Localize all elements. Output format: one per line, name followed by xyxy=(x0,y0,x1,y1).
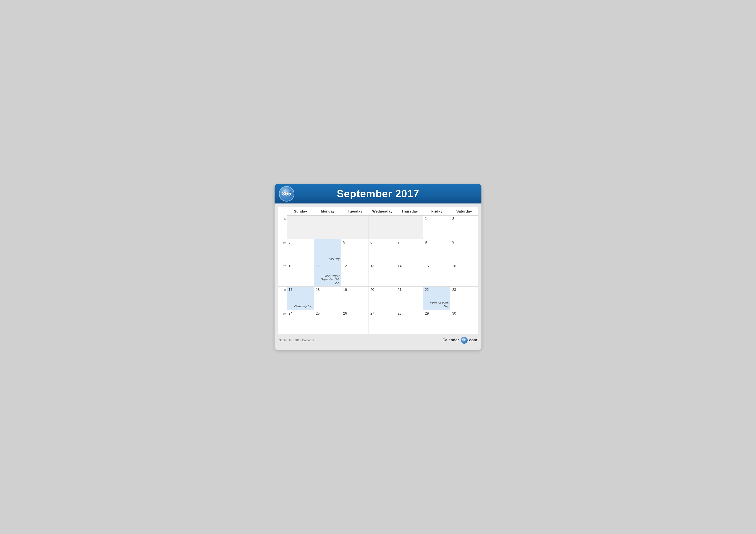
cal-cell-5: 5 xyxy=(341,239,369,263)
day-number: 14 xyxy=(398,264,401,268)
cal-cell-25: 25 xyxy=(314,310,341,334)
day-header-sunday: Sunday xyxy=(287,207,314,216)
cal-cell-15: 15 xyxy=(423,263,451,287)
cal-cell-10: 10 xyxy=(287,263,314,287)
day-number: 15 xyxy=(425,264,429,268)
holiday-label: Patriot Day or September 11th Day xyxy=(316,274,339,286)
holiday-label: Native American Day xyxy=(425,301,449,309)
day-number: 27 xyxy=(370,312,374,316)
day-number: 26 xyxy=(343,312,347,316)
cal-cell-30: 30 xyxy=(450,310,478,334)
day-number: 21 xyxy=(398,288,401,292)
cal-cell-empty-0-4 xyxy=(396,216,423,239)
day-number: 9 xyxy=(452,241,454,244)
footer-dot-com: .com xyxy=(468,338,477,343)
day-number: 3 xyxy=(288,241,290,244)
cal-cell-14: 14 xyxy=(396,263,423,287)
cal-cell-empty-0-1 xyxy=(314,216,341,239)
cal-cell-7: 7 xyxy=(396,239,423,263)
cal-cell-12: 12 xyxy=(341,263,369,287)
cal-cell-empty-0-3 xyxy=(369,216,396,239)
cal-cell-20: 20 xyxy=(369,287,396,310)
week-number-36: 36 xyxy=(278,239,287,263)
calendar-header: 365 September 2017 xyxy=(275,184,481,203)
holiday-label: Citizenship Day xyxy=(288,305,312,309)
day-number: 23 xyxy=(452,288,456,292)
cal-cell-2: 2 xyxy=(450,216,478,239)
cal-cell-22: 22Native American Day xyxy=(423,287,451,310)
cal-cell-26: 26 xyxy=(341,310,369,334)
day-number: 10 xyxy=(288,264,292,268)
day-number: 24 xyxy=(288,312,292,316)
day-number: 25 xyxy=(316,312,320,316)
cal-cell-16: 16 xyxy=(450,263,478,287)
day-number: 19 xyxy=(343,288,347,292)
day-header-monday: Monday xyxy=(314,207,341,216)
footer-right-text: Calendar-365.com xyxy=(443,337,477,343)
cal-cell-9: 9 xyxy=(450,239,478,263)
cal-cell-empty-0-0 xyxy=(287,216,314,239)
day-number: 30 xyxy=(452,312,456,316)
day-number: 2 xyxy=(452,217,454,221)
cal-cell-19: 19 xyxy=(341,287,369,310)
day-number: 22 xyxy=(425,288,429,292)
page-wrapper: 365 September 2017 SundayMondayTuesdayWe… xyxy=(275,184,481,350)
day-number: 11 xyxy=(316,264,320,268)
holiday-label: Labor Day xyxy=(316,258,339,262)
day-number: 1 xyxy=(425,217,427,221)
day-number: 16 xyxy=(452,264,456,268)
calendar-container: SundayMondayTuesdayWednesdayThursdayFrid… xyxy=(278,207,478,334)
cal-cell-4: 4Labor Day xyxy=(314,239,341,263)
footer-365-badge: 365 xyxy=(461,337,468,343)
cal-cell-27: 27 xyxy=(369,310,396,334)
day-number: 17 xyxy=(288,288,292,292)
cal-cell-17: 17Citizenship Day xyxy=(287,287,314,310)
day-number: 20 xyxy=(370,288,374,292)
day-number: 7 xyxy=(398,241,399,244)
day-headers-row: SundayMondayTuesdayWednesdayThursdayFrid… xyxy=(278,207,478,216)
day-number: 18 xyxy=(316,288,320,292)
footer-calendar-text: Calendar- xyxy=(443,338,460,343)
cal-cell-29: 29 xyxy=(423,310,451,334)
cal-cell-28: 28 xyxy=(396,310,423,334)
cal-cell-1: 1 xyxy=(423,216,451,239)
day-number: 29 xyxy=(425,312,429,316)
week-number-38: 38 xyxy=(278,287,287,310)
cal-cell-6: 6 xyxy=(369,239,396,263)
day-number: 4 xyxy=(316,241,318,244)
day-header-wednesday: Wednesday xyxy=(369,207,396,216)
footer: September 2017 Calendar Calendar-365.com xyxy=(275,334,481,343)
cal-cell-13: 13 xyxy=(369,263,396,287)
cal-cell-21: 21 xyxy=(396,287,423,310)
week-number-37: 37 xyxy=(278,263,287,287)
week-number-39: 39 xyxy=(278,310,287,334)
day-header-tuesday: Tuesday xyxy=(341,207,369,216)
day-header-friday: Friday xyxy=(423,207,451,216)
day-header-thursday: Thursday xyxy=(396,207,423,216)
cal-cell-8: 8 xyxy=(423,239,451,263)
calendar-title: September 2017 xyxy=(283,188,473,200)
day-number: 8 xyxy=(425,241,427,244)
cal-cell-3: 3 xyxy=(287,239,314,263)
cal-cell-18: 18 xyxy=(314,287,341,310)
logo: 365 xyxy=(279,186,294,202)
cal-cell-24: 24 xyxy=(287,310,314,334)
cal-cell-23: 23 xyxy=(450,287,478,310)
calendar-grid: 35123634Labor Day56789371011Patriot Day … xyxy=(278,216,478,334)
day-header-saturday: Saturday xyxy=(450,207,478,216)
day-number: 6 xyxy=(370,241,372,244)
day-number: 5 xyxy=(343,241,345,244)
day-number: 13 xyxy=(370,264,374,268)
cal-cell-empty-0-2 xyxy=(341,216,369,239)
footer-left-text: September 2017 Calendar xyxy=(279,339,314,342)
day-number: 28 xyxy=(398,312,401,316)
cal-cell-11: 11Patriot Day or September 11th Day xyxy=(314,263,341,287)
day-number: 12 xyxy=(343,264,347,268)
week-number-35: 35 xyxy=(278,216,287,239)
week-num-header-blank xyxy=(278,207,287,216)
